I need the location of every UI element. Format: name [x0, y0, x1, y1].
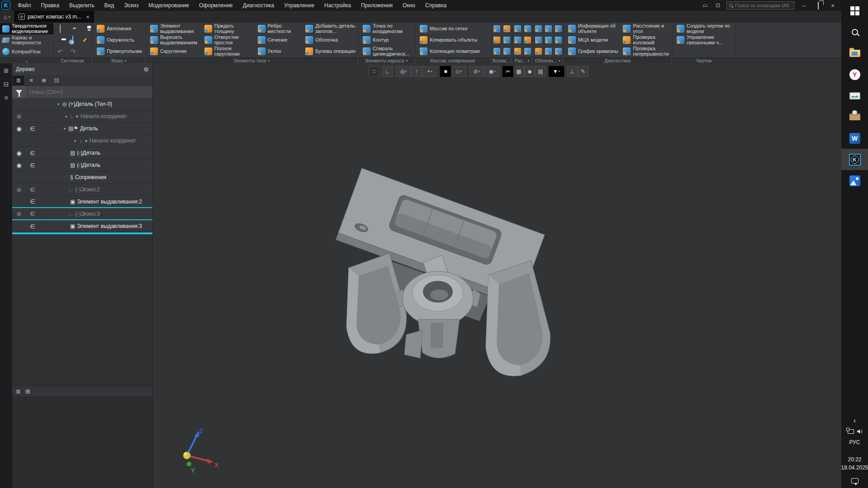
manage-linked-button[interactable]: Управление связанными ч... — [673, 34, 735, 46]
tree-search-input[interactable] — [26, 89, 152, 95]
menu-sketch[interactable]: Эскиз — [124, 2, 138, 9]
redo-button[interactable]: ↷ — [71, 48, 76, 55]
clock[interactable]: 20:22 18.04.2025 — [841, 455, 868, 472]
boolean-button[interactable]: Булева операция — [301, 46, 358, 57]
dim-diameter-tool[interactable] — [524, 37, 531, 43]
volume-icon[interactable] — [857, 430, 860, 434]
network-icon[interactable] — [848, 429, 854, 434]
parameters-panel-tab[interactable]: ⊟ — [4, 81, 9, 88]
tree-relations-button[interactable]: ⊕ — [38, 76, 49, 85]
restore-button[interactable] — [813, 2, 823, 9]
tree-row-part-root[interactable]: ▾ ◎ (+)Деталь (Тел-0) — [12, 98, 152, 110]
menu-view[interactable]: Вид — [104, 2, 114, 9]
collision-check-button[interactable]: Проверка коллизий — [619, 34, 672, 46]
dim-arc-tool[interactable] — [524, 48, 531, 55]
menu-window[interactable]: Окно — [403, 2, 415, 9]
tree-panel-tab[interactable]: ≣ — [4, 67, 9, 74]
filter-objects-button[interactable]: ▼▾ — [549, 66, 564, 77]
add-part-stock-button[interactable]: Добавить деталь-заготов... — [301, 23, 358, 34]
desig-roughness-tool[interactable] — [535, 25, 542, 32]
menu-apps[interactable]: Приложения — [361, 2, 393, 9]
orient-up-button[interactable]: ↑ — [411, 66, 422, 77]
shaded-display-button[interactable]: ■ — [440, 66, 451, 77]
close-button[interactable]: × — [828, 2, 838, 9]
menu-manage[interactable]: Управление — [284, 2, 314, 9]
tree-mini-view-button[interactable]: ≣ — [16, 388, 21, 395]
group-label-system[interactable]: Системная — [53, 58, 92, 63]
desig-leader-tool[interactable] — [555, 25, 562, 32]
toolbar-drag-handle[interactable]: ∷ — [369, 66, 379, 77]
fragment-button[interactable]: ◆ — [524, 66, 535, 77]
grid-array-button[interactable]: Массив по сетке — [416, 23, 491, 34]
tree-row-subpart-2[interactable]: ◉∈ ▤ (-)Деталь — [12, 159, 152, 171]
tree-row-mates[interactable]: § Сопряжения — [12, 171, 152, 184]
extrude-button[interactable]: Элемент выдавливания — [146, 23, 200, 34]
group-label-sketch[interactable]: Эскиз▾ — [92, 58, 146, 63]
autoline-button[interactable]: Автолиния — [93, 23, 146, 34]
desig-tolerance-tool[interactable] — [545, 37, 552, 43]
group-label-auxiliary[interactable]: Вспом... — [491, 58, 512, 63]
file-explorer-button[interactable] — [841, 43, 868, 64]
kompas-3d-taskbar-button[interactable]: K — [841, 149, 868, 170]
report-button[interactable]: ▤ — [535, 66, 546, 77]
box-app-button[interactable] — [841, 106, 868, 128]
tree-row-part[interactable]: ◉∈ ▾ ▤⚑ Деталь — [12, 123, 152, 135]
tree-settings-gear-icon[interactable]: ⚙ — [143, 66, 149, 73]
group-label-diagnostics[interactable]: Диагностика — [564, 58, 672, 63]
tree-row-sketch-2[interactable]: ⊘∈ ∟ (-)Эскиз:2 — [12, 184, 152, 196]
system-monitor-app-button[interactable] — [841, 85, 868, 106]
tree-filter-button[interactable] — [12, 86, 26, 98]
show-objects-button[interactable]: ◉▾ — [484, 66, 500, 77]
window-layout-icon[interactable]: ▭ — [701, 2, 709, 9]
tree-row-origin[interactable]: ⊘ ▸ ∟● Начало координат — [12, 110, 152, 123]
dim-radial-tool[interactable] — [514, 37, 521, 43]
aux-axis-tool[interactable] — [493, 48, 500, 55]
group-label-array[interactable]: Массив, копирование — [415, 58, 491, 63]
taskbar-search-button[interactable] — [841, 21, 868, 43]
shell-button[interactable]: Оболочка — [301, 34, 358, 46]
copy-objects-button[interactable]: Копировать объекты — [416, 34, 491, 46]
active-document-tab[interactable]: ◎ расчет компас v3.m... × — [14, 11, 94, 23]
wireframe-display-button[interactable]: ◇▾ — [451, 66, 466, 77]
menu-settings[interactable]: Настройка — [324, 2, 351, 9]
home-button[interactable]: ⌂ ▾ — [0, 11, 14, 23]
word-button[interactable]: W — [841, 128, 868, 149]
tree-row-extrude-3[interactable]: ∈ ▣ Элемент выдавливания:3 — [12, 220, 152, 232]
full-round-button[interactable]: Полное скругление — [200, 46, 254, 57]
orientation-button[interactable]: +▾ — [422, 66, 437, 77]
rectangle-button[interactable]: Прямоугольник — [93, 46, 146, 57]
hide-objects-button[interactable]: ⊘▾ — [469, 66, 484, 77]
thicken-button[interactable]: Придать толщину — [200, 23, 254, 34]
measure-button[interactable]: ⊥ — [567, 66, 578, 77]
dim-angle-tool[interactable] — [524, 25, 531, 32]
continuity-check-button[interactable]: Проверка непрерывности — [619, 46, 672, 57]
menu-file[interactable]: Файл — [18, 2, 31, 9]
dim-linear-tool[interactable] — [514, 25, 521, 32]
photos-app-button[interactable] — [841, 170, 868, 191]
curvature-graph-button[interactable]: График кривизны — [564, 46, 619, 57]
zoom-button[interactable]: ◎▾ — [396, 66, 411, 77]
menu-diagnostics[interactable]: Диагностика — [243, 2, 275, 9]
aux-camera-tool[interactable] — [503, 37, 510, 43]
undo-button[interactable]: ↶ — [57, 48, 63, 55]
tree-row-subpart-1[interactable]: ◉∈ ▤ (-)Деталь — [12, 147, 152, 159]
group-label-designations[interactable]: Обознач...▾ — [533, 58, 564, 63]
language-indicator[interactable]: РУС — [849, 439, 860, 445]
menu-design[interactable]: Оформление — [199, 2, 232, 9]
start-button[interactable] — [841, 0, 868, 21]
command-search-input[interactable] — [735, 3, 789, 8]
geometry-collection-button[interactable]: Коллекция геометрии — [416, 46, 491, 57]
rib-button[interactable]: Ребро жесткости — [254, 23, 302, 34]
ribbon-collapse-icon[interactable]: ⌄ — [0, 58, 53, 63]
object-info-button[interactable]: Информация об объекте — [564, 23, 619, 34]
desig-text-tool[interactable] — [555, 48, 562, 55]
tree-sequence-view-button[interactable]: ≡ — [26, 76, 37, 85]
screen-settings-icon[interactable]: ⊡ — [714, 2, 722, 9]
desig-arrow-tool[interactable] — [545, 48, 552, 55]
draft-button[interactable]: Уклон — [254, 46, 302, 57]
tray-expand-chevron[interactable]: ‹ — [854, 417, 856, 425]
notes-button[interactable]: ▦ — [513, 66, 524, 77]
helix-button[interactable]: Спираль цилиндрическ... — [359, 46, 415, 57]
create-drawing-button[interactable]: Создать чертеж по модели — [673, 23, 735, 34]
tree-area-select-button[interactable]: ⊡ — [51, 76, 62, 85]
